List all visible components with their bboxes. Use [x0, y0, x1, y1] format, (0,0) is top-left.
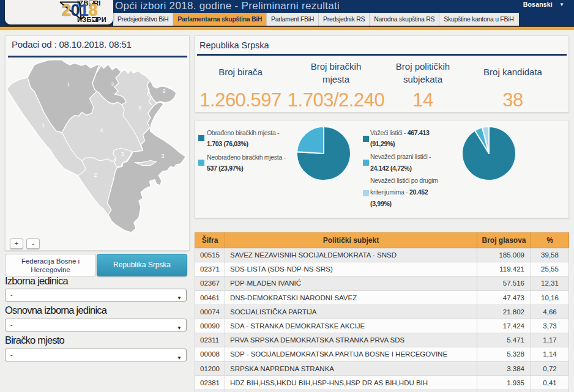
svg-text:3: 3	[161, 153, 164, 159]
svg-text:2: 2	[94, 172, 97, 178]
svg-text:4: 4	[100, 127, 103, 133]
svg-text:5: 5	[138, 105, 141, 111]
svg-text:2: 2	[111, 81, 114, 87]
svg-text:2: 2	[162, 88, 165, 94]
svg-text:3: 3	[121, 151, 124, 157]
svg-text:1: 1	[67, 81, 70, 87]
svg-text:1: 1	[42, 122, 45, 128]
